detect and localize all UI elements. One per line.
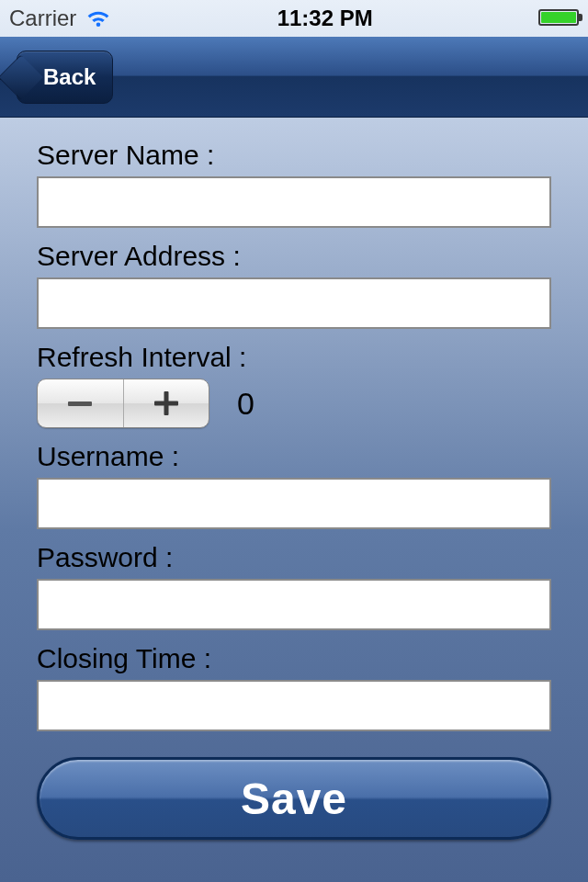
stepper-increment-button[interactable] (124, 379, 209, 427)
carrier-label: Carrier (9, 6, 76, 31)
wifi-icon (85, 8, 111, 28)
server-address-label: Server Address : (37, 241, 551, 272)
server-address-input[interactable] (37, 277, 551, 329)
back-button-label: Back (43, 64, 96, 90)
password-label: Password : (37, 542, 551, 573)
username-input[interactable] (37, 478, 551, 529)
clock: 11:32 PM (277, 6, 373, 31)
status-bar: Carrier 11:32 PM (0, 0, 588, 37)
password-input[interactable] (37, 579, 551, 630)
closing-time-label: Closing Time : (37, 643, 551, 674)
server-settings-form: Server Name : Server Address : Refresh I… (0, 118, 588, 731)
refresh-interval-stepper (37, 379, 209, 428)
refresh-interval-label: Refresh Interval : (37, 342, 551, 373)
save-button-label: Save (241, 774, 347, 824)
plus-icon (154, 391, 178, 415)
server-name-input[interactable] (37, 176, 551, 228)
refresh-interval-value: 0 (237, 386, 254, 422)
save-button[interactable]: Save (37, 757, 551, 840)
closing-time-input[interactable] (37, 680, 551, 731)
battery-icon (538, 6, 579, 31)
back-button[interactable]: Back (17, 51, 113, 104)
username-label: Username : (37, 441, 551, 472)
stepper-decrement-button[interactable] (38, 379, 123, 427)
nav-bar: Back (0, 37, 588, 118)
server-name-label: Server Name : (37, 140, 551, 171)
minus-icon (68, 401, 92, 406)
